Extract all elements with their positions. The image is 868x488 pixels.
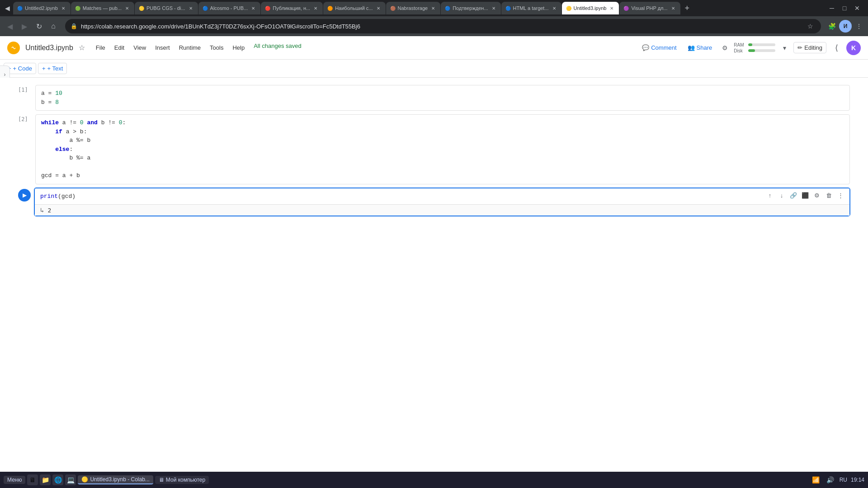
cell-3-code[interactable]: print(gcd) [35,188,849,205]
cell-wrapper-1: [1] a = 10 b = 8 [18,85,850,111]
extensions-icon[interactable]: 🧩 [826,21,837,32]
taskbar-icon-1[interactable]: 🖥 [27,474,38,485]
tab-html[interactable]: 🔵 HTML а target... ✕ [501,2,561,14]
tab-podtv[interactable]: 🔵 Подтвержден... ✕ [441,2,500,14]
tab-label: PUBG CGS - di... [146,5,185,11]
cell-3[interactable]: ↑ ↓ 🔗 ⬛ ⚙ 🗑 ⋮ print(gcd) ↳ 2 [34,188,850,216]
new-tab-button[interactable]: + [681,2,693,14]
tab-untitled2[interactable]: 🔵 Untitled2.ipynb ✕ [13,2,71,14]
run-button[interactable]: ▶ [18,189,31,202]
menu-icon[interactable]: ⋮ [854,21,864,32]
menu-help[interactable]: Help [229,42,248,53]
cell-2[interactable]: while a != 0 and b != 0: if a > b: a %= … [35,114,850,184]
profile-avatar[interactable]: K [846,41,861,55]
tab-close-icon[interactable]: ✕ [60,5,67,12]
add-text-button[interactable]: + + Text [38,63,67,74]
user-profile-icon[interactable]: И [839,20,852,33]
menu-bar: File Edit View Insert Runtime Tools Help… [92,42,302,53]
tab-nabra[interactable]: 🟤 Nabrastorage ✕ [386,2,441,14]
tab-label: Untitled2.ipynb [25,5,58,11]
close-button[interactable]: ✕ [852,3,863,14]
browser-back[interactable]: ◀ [2,3,13,14]
tab-close-icon[interactable]: ✕ [123,5,131,12]
reload-button[interactable]: ↻ [33,20,45,33]
menu-file[interactable]: File [92,42,109,53]
notebook-title[interactable]: Untitled3.ipynb [25,44,73,52]
tab-close-icon[interactable]: ✕ [187,5,194,12]
back-button[interactable]: ◀ [4,20,16,33]
taskbar-app-colab[interactable]: 🟡 Untitled3.ipynb - Colab... [78,475,153,484]
tab-close-icon[interactable]: ✕ [608,5,615,12]
move-up-button[interactable]: ↑ [764,190,775,201]
bookmark-icon[interactable]: ☆ [805,21,816,32]
taskbar-icon-3[interactable]: 🌐 [52,474,63,485]
taskbar-mycomp-icon: 🖥 [159,477,164,483]
move-down-button[interactable]: ↓ [776,190,787,201]
maximize-button[interactable]: □ [839,3,850,14]
star-button[interactable]: ☆ [79,43,85,52]
disk-label: Disk [734,48,746,53]
comment-label: Comment [651,44,676,51]
tab-pubg[interactable]: 🟡 PUBG CGS - di... ✕ [135,2,198,14]
tab-naib[interactable]: 🟠 Наибольший с... ✕ [323,2,385,14]
home-button[interactable]: ⌂ [47,20,60,33]
cell-1-code: a = 10 b = 8 [36,85,849,110]
copy-button[interactable]: ⬛ [800,190,811,201]
tab-favicon: 🟡 [566,5,572,11]
tray-sound-icon[interactable]: 🔊 [825,474,836,485]
cell-3-line-1: print(gcd) [40,192,844,201]
tab-alcosmo[interactable]: 🔵 Alcosmo - PUB... ✕ [198,2,261,14]
more-button[interactable]: ⋮ [835,190,846,201]
tab-favicon: 🔵 [444,5,451,11]
tab-close-icon[interactable]: ✕ [250,5,257,12]
ram-disk-indicator[interactable]: RAM Disk [734,42,775,53]
tab-pub[interactable]: 🔴 Публикация, н... ✕ [261,2,323,14]
tab-close-icon[interactable]: ✕ [551,5,558,12]
tab-close-icon[interactable]: ✕ [375,5,382,12]
tab-label: Nabrastorage [398,5,428,11]
comment-button[interactable]: 💬 Comment [638,42,680,53]
ram-chevron-icon[interactable]: ▾ [779,42,790,53]
cell-wrapper-2: [2] while a != 0 and b != 0: if a > b: a… [18,114,850,184]
share-label: Share [697,44,712,51]
colab-header-right: 💬 Comment 👥 Share ⚙ RAM Disk [638,41,861,55]
menu-view[interactable]: View [130,42,150,53]
taskbar-icon-2[interactable]: 📁 [40,474,51,485]
menu-runtime[interactable]: Runtime [175,42,204,53]
tab-close-icon[interactable]: ✕ [670,5,677,12]
collapse-button[interactable]: ⟨ [830,42,843,54]
taskbar-icon-4[interactable]: 💻 [65,474,76,485]
tab-matches[interactable]: 🟢 Matches — pub... ✕ [71,2,134,14]
tab-close-icon[interactable]: ✕ [312,5,319,12]
tab-favicon: 🔴 [264,5,271,11]
address-bar[interactable]: 🔒 https://colab.research.google.com/driv… [65,19,821,33]
delete-button[interactable]: 🗑 [823,190,834,201]
address-bar-row: ◀ ▶ ↻ ⌂ 🔒 https://colab.research.google.… [0,16,868,36]
link-button[interactable]: 🔗 [788,190,799,201]
settings-icon[interactable]: ⚙ [719,42,730,53]
tab-untitled3[interactable]: 🟡 Untitled3.ipynb ✕ [562,2,619,14]
pencil-icon: ✏ [797,44,802,51]
settings-cell-button[interactable]: ⚙ [811,190,822,201]
minimize-button[interactable]: ─ [826,3,837,14]
colab-logo[interactable] [7,42,20,54]
tab-close-icon[interactable]: ✕ [490,5,497,12]
disk-bar-row: Disk [734,48,775,53]
menu-insert[interactable]: Insert [151,42,174,53]
forward-button[interactable]: ▶ [18,20,31,33]
cell-1[interactable]: a = 10 b = 8 [35,85,850,111]
menu-edit[interactable]: Edit [111,42,128,53]
menu-tools[interactable]: Tools [206,42,227,53]
plus-text-icon: + [42,65,46,72]
cell-2-line-5: b %= a [41,154,844,163]
taskbar-app-mycomp[interactable]: 🖥 Мой компьютер [155,476,209,484]
tab-favicon: 🔵 [17,5,23,11]
tray-language[interactable]: RU [840,477,847,483]
start-button[interactable]: Меню [4,476,25,484]
editing-button[interactable]: ✏ Editing [793,42,826,53]
tab-visual[interactable]: 🟣 Visual PHP дл... ✕ [619,2,680,14]
tab-close-icon[interactable]: ✕ [429,5,437,12]
tab-label: Matches — pub... [83,5,122,11]
tray-wifi-icon[interactable]: 📶 [811,474,821,485]
share-button[interactable]: 👥 Share [684,42,716,53]
